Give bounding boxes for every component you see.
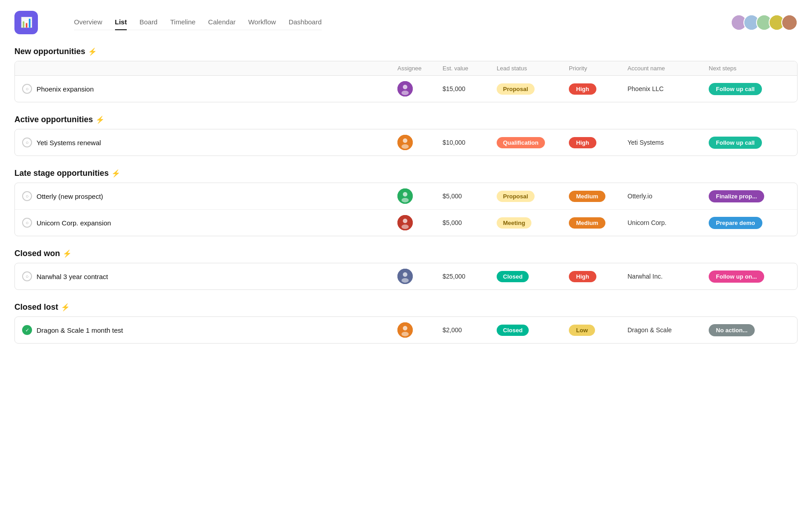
table-1: ○Yeti Systems renewal$10,000Qualificatio… [14,129,798,156]
svg-point-9 [403,138,407,143]
nav-tab-workflow[interactable]: Workflow [248,18,276,30]
assignee-cell [397,135,443,150]
priority-cell: Medium [569,191,627,202]
column-header-next_steps: Next steps [709,65,790,72]
svg-point-10 [401,144,409,149]
nav-tabs: OverviewListBoardTimelineCalendarWorkflo… [74,18,322,30]
column-header-assignee: Assignee [397,65,443,72]
row-task-name: Phoenix expansion [37,85,94,93]
account-name-cell: Phoenix LLC [627,85,709,92]
priority-cell: High [569,271,627,282]
column-header-account_name: Account name [627,65,709,72]
account-name-cell: Yeti Systems [627,139,709,146]
section-title-text: Closed won [14,249,60,258]
section-2: Late stage opportunities ⚡○Otterly (new … [14,169,798,236]
section-0: New opportunities ⚡AssigneeEst. valueLea… [14,47,798,102]
table-row[interactable]: ○Phoenix expansion$15,000ProposalHighPho… [15,76,797,102]
nav-tab-dashboard[interactable]: Dashboard [289,18,322,30]
app-header: 📊 OverviewListBoardTimelineCalendarWorkf… [14,11,798,34]
check-filled-icon[interactable]: ✓ [22,325,32,335]
priority-badge: Medium [569,191,605,202]
row-task-name: Unicorn Corp. expansion [37,219,111,227]
priority-badge: Low [569,325,595,336]
lightning-icon: ⚡ [61,303,70,312]
nav-tab-board[interactable]: Board [139,18,157,30]
table-row[interactable]: ✓Dragon & Scale 1 month test$2,000Closed… [15,317,797,343]
est-value-cell: $5,000 [443,193,497,200]
account-name-cell: Unicorn Corp. [627,219,709,226]
next-step-badge[interactable]: No action... [709,324,755,336]
row-name-cell: ○Narwhal 3 year contract [22,271,397,281]
next-step-badge[interactable]: Follow up call [709,83,762,95]
column-header-priority: Priority [569,65,627,72]
assignee-avatar [397,322,413,338]
account-name-cell: Narwhal Inc. [627,273,709,280]
avatar-4 [781,14,798,31]
svg-point-16 [401,225,409,229]
svg-point-15 [403,219,407,223]
lead-status-badge: Qualification [497,137,545,148]
avatars-group [731,14,798,31]
svg-point-13 [401,198,409,202]
assignee-cell [397,81,443,96]
next-step-badge[interactable]: Follow up call [709,137,762,149]
account-name-cell: Dragon & Scale [627,326,709,334]
est-value-cell: $10,000 [443,139,497,146]
assignee-avatar [397,81,413,96]
assignee-avatar [397,188,413,204]
lead-status-cell: Closed [497,325,569,336]
est-value-cell: $15,000 [443,85,497,92]
lead-status-badge: Proposal [497,83,535,95]
lead-status-badge: Closed [497,325,529,336]
check-empty-icon[interactable]: ○ [22,84,32,94]
column-header-lead_status: Lead status [497,65,569,72]
lead-status-cell: Proposal [497,191,569,202]
next-step-badge[interactable]: Prepare demo [709,217,762,229]
next-step-cell: Finalize prop... [709,190,790,202]
main-content: New opportunities ⚡AssigneeEst. valueLea… [14,47,798,344]
lightning-icon: ⚡ [88,47,97,56]
section-title-text: Active opportunities [14,115,93,124]
lightning-icon: ⚡ [111,169,120,178]
svg-point-21 [403,326,407,330]
row-task-name: Yeti Systems renewal [37,139,101,147]
assignee-avatar [397,135,413,150]
lead-status-badge: Closed [497,271,529,282]
assignee-cell [397,269,443,284]
section-title-3: Closed won ⚡ [14,249,798,258]
nav-tab-calendar[interactable]: Calendar [208,18,235,30]
priority-cell: High [569,83,627,95]
lead-status-cell: Proposal [497,83,569,95]
next-step-badge[interactable]: Finalize prop... [709,190,764,202]
table-row[interactable]: ○Unicorn Corp. expansion$5,000MeetingMed… [15,210,797,236]
next-step-badge[interactable]: Follow up on... [709,270,764,283]
nav-tab-overview[interactable]: Overview [74,18,102,30]
section-title-2: Late stage opportunities ⚡ [14,169,798,178]
check-empty-icon[interactable]: ○ [22,191,32,201]
account-name-cell: Otterly.io [627,193,709,200]
table-row[interactable]: ○Yeti Systems renewal$10,000Qualificatio… [15,129,797,156]
priority-badge: High [569,271,596,282]
nav-tab-list[interactable]: List [115,18,127,30]
table-4: ✓Dragon & Scale 1 month test$2,000Closed… [14,316,798,344]
section-title-text: Late stage opportunities [14,169,109,178]
check-empty-icon[interactable]: ○ [22,218,32,228]
row-name-cell: ○Yeti Systems renewal [22,138,397,147]
table-row[interactable]: ○Narwhal 3 year contract$25,000ClosedHig… [15,263,797,289]
assignee-cell [397,188,443,204]
est-value-cell: $2,000 [443,326,497,334]
row-task-name: Otterly (new prospect) [37,193,103,200]
column-header-est_value: Est. value [443,65,497,72]
row-name-cell: ✓Dragon & Scale 1 month test [22,325,397,335]
check-empty-icon[interactable]: ○ [22,271,32,281]
row-name-cell: ○Unicorn Corp. expansion [22,218,397,228]
table-3: ○Narwhal 3 year contract$25,000ClosedHig… [14,263,798,290]
priority-cell: Medium [569,217,627,229]
priority-badge: High [569,83,596,95]
check-empty-icon[interactable]: ○ [22,138,32,147]
next-step-cell: No action... [709,324,790,336]
svg-point-19 [401,278,409,283]
nav-tab-timeline[interactable]: Timeline [170,18,195,30]
table-row[interactable]: ○Otterly (new prospect)$5,000ProposalMed… [15,183,797,210]
priority-cell: High [569,137,627,148]
